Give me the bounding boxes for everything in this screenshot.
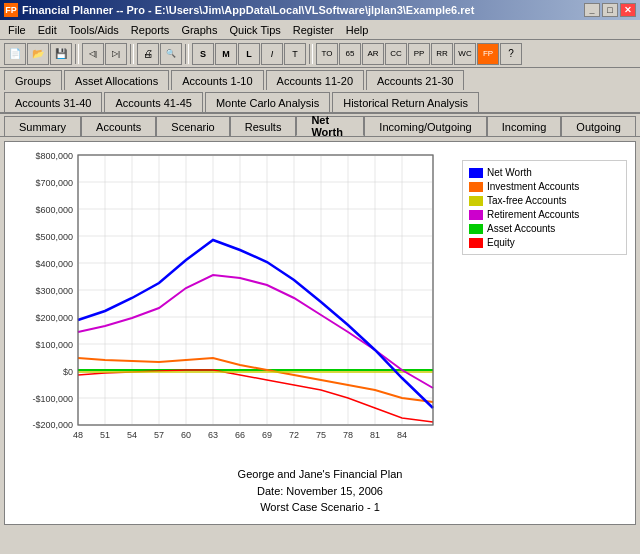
toolbar-c7[interactable]: WC: [454, 43, 476, 65]
toolbar-t2[interactable]: M: [215, 43, 237, 65]
svg-text:57: 57: [154, 430, 164, 440]
chart-legend: Net Worth Investment Accounts Tax-free A…: [462, 160, 627, 255]
toolbar-sep1: [75, 44, 79, 64]
chart-svg: $800,000 $700,000 $600,000 $500,000 $400…: [13, 150, 443, 460]
legend-color-asset: [469, 224, 483, 234]
svg-text:$500,000: $500,000: [35, 232, 73, 242]
svg-text:51: 51: [100, 430, 110, 440]
toolbar-sep2: [130, 44, 134, 64]
tab-historical-return[interactable]: Historical Return Analysis: [332, 92, 479, 112]
subtab-results[interactable]: Results: [230, 116, 297, 136]
toolbar-c5[interactable]: PP: [408, 43, 430, 65]
svg-text:72: 72: [289, 430, 299, 440]
main-content: $800,000 $700,000 $600,000 $500,000 $400…: [4, 141, 636, 525]
legend-color-retirement: [469, 210, 483, 220]
svg-text:$300,000: $300,000: [35, 286, 73, 296]
toolbar-c6[interactable]: RR: [431, 43, 453, 65]
nav-tabs-row2: Accounts 31-40 Accounts 41-45 Monte Carl…: [0, 90, 640, 114]
toolbar-t5[interactable]: T: [284, 43, 306, 65]
menu-bar: File Edit Tools/Aids Reports Graphs Quic…: [0, 20, 640, 40]
svg-text:63: 63: [208, 430, 218, 440]
legend-color-net-worth: [469, 168, 483, 178]
toolbar-save[interactable]: 💾: [50, 43, 72, 65]
menu-help[interactable]: Help: [340, 22, 375, 38]
tab-accounts-41-45[interactable]: Accounts 41-45: [104, 92, 202, 112]
svg-text:-$200,000: -$200,000: [32, 420, 73, 430]
svg-text:84: 84: [397, 430, 407, 440]
svg-text:78: 78: [343, 430, 353, 440]
chart-footer-line3: Worst Case Scenario - 1: [13, 499, 627, 516]
tab-accounts-1-10[interactable]: Accounts 1-10: [171, 70, 263, 90]
menu-register[interactable]: Register: [287, 22, 340, 38]
subtab-net-worth[interactable]: Net Worth: [296, 116, 364, 136]
legend-label-taxfree: Tax-free Accounts: [487, 195, 566, 206]
tab-asset-allocations[interactable]: Asset Allocations: [64, 70, 169, 90]
tab-groups[interactable]: Groups: [4, 70, 62, 90]
tab-monte-carlo[interactable]: Monte Carlo Analysis: [205, 92, 330, 112]
svg-text:66: 66: [235, 430, 245, 440]
menu-graphs[interactable]: Graphs: [175, 22, 223, 38]
subtab-accounts[interactable]: Accounts: [81, 116, 156, 136]
legend-label-net-worth: Net Worth: [487, 167, 532, 178]
chart-footer-line1: George and Jane's Financial Plan: [13, 466, 627, 483]
svg-text:54: 54: [127, 430, 137, 440]
toolbar-b2[interactable]: ▷|: [105, 43, 127, 65]
toolbar-c8[interactable]: FP: [477, 43, 499, 65]
legend-equity: Equity: [469, 237, 620, 248]
svg-text:60: 60: [181, 430, 191, 440]
maximize-button[interactable]: □: [602, 3, 618, 17]
subtab-incoming-outgoing[interactable]: Incoming/Outgoing: [364, 116, 486, 136]
toolbar: 📄 📂 💾 ◁| ▷| 🖨 🔍 S M L I T TO 65 AR CC PP…: [0, 40, 640, 68]
toolbar-help[interactable]: ?: [500, 43, 522, 65]
menu-file[interactable]: File: [2, 22, 32, 38]
toolbar-c1[interactable]: TO: [316, 43, 338, 65]
toolbar-t4[interactable]: I: [261, 43, 283, 65]
legend-color-investment: [469, 182, 483, 192]
svg-text:48: 48: [73, 430, 83, 440]
minimize-button[interactable]: _: [584, 3, 600, 17]
close-button[interactable]: ✕: [620, 3, 636, 17]
toolbar-new[interactable]: 📄: [4, 43, 26, 65]
menu-reports[interactable]: Reports: [125, 22, 176, 38]
tab-accounts-21-30[interactable]: Accounts 21-30: [366, 70, 464, 90]
legend-label-asset: Asset Accounts: [487, 223, 555, 234]
title-bar: FP Financial Planner -- Pro - E:\Users\J…: [0, 0, 640, 20]
toolbar-sep3: [185, 44, 189, 64]
toolbar-t1[interactable]: S: [192, 43, 214, 65]
svg-text:$100,000: $100,000: [35, 340, 73, 350]
window-controls[interactable]: _ □ ✕: [584, 3, 636, 17]
svg-text:$800,000: $800,000: [35, 151, 73, 161]
toolbar-open[interactable]: 📂: [27, 43, 49, 65]
svg-text:$400,000: $400,000: [35, 259, 73, 269]
subtab-incoming[interactable]: Incoming: [487, 116, 562, 136]
legend-label-retirement: Retirement Accounts: [487, 209, 579, 220]
chart-area: $800,000 $700,000 $600,000 $500,000 $400…: [13, 150, 627, 460]
legend-label-investment: Investment Accounts: [487, 181, 579, 192]
chart-container: $800,000 $700,000 $600,000 $500,000 $400…: [5, 142, 635, 524]
svg-text:$700,000: $700,000: [35, 178, 73, 188]
window-title: Financial Planner -- Pro - E:\Users\Jim\…: [22, 4, 474, 16]
menu-edit[interactable]: Edit: [32, 22, 63, 38]
subtab-outgoing[interactable]: Outgoing: [561, 116, 636, 136]
tab-accounts-31-40[interactable]: Accounts 31-40: [4, 92, 102, 112]
toolbar-t3[interactable]: L: [238, 43, 260, 65]
toolbar-c3[interactable]: AR: [362, 43, 384, 65]
menu-tools[interactable]: Tools/Aids: [63, 22, 125, 38]
legend-asset: Asset Accounts: [469, 223, 620, 234]
toolbar-c4[interactable]: CC: [385, 43, 407, 65]
toolbar-b1[interactable]: ◁|: [82, 43, 104, 65]
chart-wrapper: $800,000 $700,000 $600,000 $500,000 $400…: [13, 150, 454, 460]
subtab-scenario[interactable]: Scenario: [156, 116, 229, 136]
subtab-summary[interactable]: Summary: [4, 116, 81, 136]
toolbar-preview[interactable]: 🔍: [160, 43, 182, 65]
legend-label-equity: Equity: [487, 237, 515, 248]
legend-color-equity: [469, 238, 483, 248]
tab-accounts-11-20[interactable]: Accounts 11-20: [266, 70, 364, 90]
svg-text:-$100,000: -$100,000: [32, 394, 73, 404]
svg-text:$600,000: $600,000: [35, 205, 73, 215]
toolbar-c2[interactable]: 65: [339, 43, 361, 65]
legend-investment: Investment Accounts: [469, 181, 620, 192]
menu-quicktips[interactable]: Quick Tips: [223, 22, 286, 38]
toolbar-print[interactable]: 🖨: [137, 43, 159, 65]
legend-retirement: Retirement Accounts: [469, 209, 620, 220]
